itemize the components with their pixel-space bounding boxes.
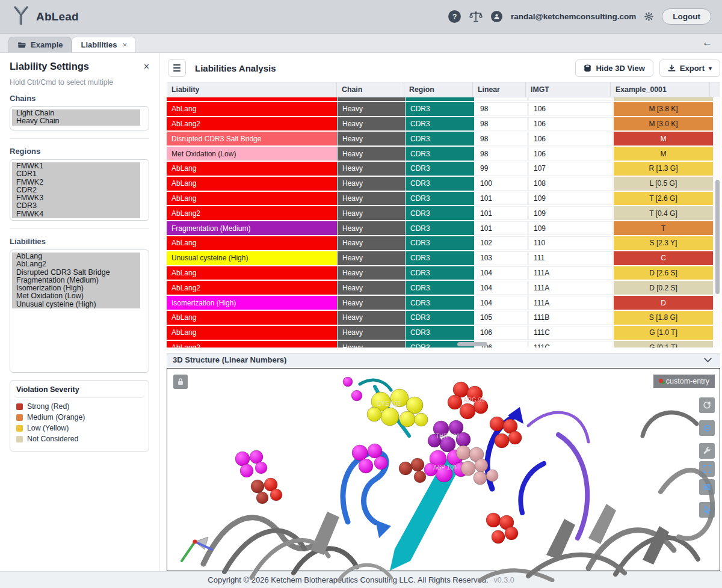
table-cell: AbLang: [167, 192, 337, 206]
table-cell: CDR3: [406, 296, 474, 310]
table-cell: 106: [528, 132, 613, 145]
table-cell: 111A: [528, 281, 613, 295]
table-cell: AbLang2: [167, 117, 337, 131]
divider: [10, 228, 149, 229]
table-cell: 101: [475, 221, 528, 235]
column-header-chain[interactable]: Chain: [337, 82, 404, 97]
table-row[interactable]: [167, 97, 713, 101]
table-cell: M: [614, 147, 713, 161]
tools-wrench-icon[interactable]: [699, 443, 715, 459]
scales-icon[interactable]: [469, 11, 483, 23]
listbox-option[interactable]: Disrupted CDR3 Salt Bridge: [12, 269, 140, 277]
entry-badge[interactable]: custom-entry: [653, 375, 715, 388]
back-arrow-icon[interactable]: ←: [702, 37, 712, 49]
column-header-linear[interactable]: Linear: [473, 82, 526, 97]
table-cell: 103: [475, 251, 528, 265]
table-row[interactable]: AbLang2HeavyCDR398106M [3.0 K]: [167, 117, 713, 131]
table-cell: 108: [528, 177, 613, 191]
listbox-option[interactable]: Light Chain: [12, 109, 140, 117]
listbox-option[interactable]: Heavy Chain: [12, 117, 140, 125]
help-icon[interactable]: ?: [448, 10, 461, 23]
autofocus-icon[interactable]: [699, 420, 715, 436]
hide-3d-view-button[interactable]: Hide 3D View: [575, 60, 653, 77]
table-horizontal-scrollbar-thumb[interactable]: [457, 342, 487, 346]
table-cell: [406, 97, 474, 101]
table-cell: 104: [475, 266, 528, 280]
tab-liabilities[interactable]: Liabilities ×: [72, 37, 136, 52]
multi-select-hint: Hold Ctrl/Cmd to select multiple: [10, 78, 149, 87]
listbox-option[interactable]: Met Oxidation (Low): [12, 292, 140, 300]
table-row[interactable]: Fragmentation (Medium)HeavyCDR3101109T: [167, 221, 713, 235]
molstar-3d-viewer[interactable]: CYS 103 THR 101 ASP 104 ARG 99 custom-en…: [167, 368, 720, 571]
table-row[interactable]: AbLangHeavyCDR3104111AD [2.6 S]: [167, 266, 713, 280]
table-row[interactable]: AbLangHeavyCDR3105111BS [1.8 G]: [167, 311, 713, 325]
tab-label: Liabilities: [81, 40, 117, 49]
gear-icon[interactable]: [644, 12, 653, 21]
table-row[interactable]: Unusual cysteine (High)HeavyCDR3103111C: [167, 251, 713, 265]
table-row[interactable]: Met Oxidation (Low)HeavyCDR398106M: [167, 147, 713, 161]
listbox-option[interactable]: Fragmentation (Medium): [12, 277, 140, 284]
listbox-option[interactable]: CDR3: [12, 202, 140, 210]
listbox-option[interactable]: CDR2: [12, 186, 140, 194]
chains-listbox[interactable]: Light ChainHeavy Chain: [10, 106, 149, 130]
lock-button[interactable]: [173, 375, 188, 389]
table-cell: D [0.2 S]: [614, 281, 713, 295]
table-row[interactable]: Disrupted CDR3 Salt BridgeHeavyCDR398106…: [167, 132, 713, 145]
listbox-option[interactable]: FMWK2: [12, 179, 140, 186]
table-cell: AbLang: [167, 162, 337, 176]
table-cell: Heavy: [338, 132, 405, 145]
listbox-option[interactable]: Unusual cysteine (High): [12, 301, 140, 308]
table-cell: 111: [528, 251, 613, 265]
panel-close-icon[interactable]: ×: [144, 61, 149, 72]
column-header-imgt[interactable]: IMGT: [526, 82, 611, 97]
structure-panel-header[interactable]: 3D Structure (Linear Numbers): [167, 353, 720, 367]
table-row[interactable]: AbLang2HeavyCDR3106111CG [0.1 T]: [167, 341, 713, 348]
scrollbar-thumb[interactable]: [715, 180, 720, 294]
column-header-liability[interactable]: Liability: [167, 82, 337, 97]
logout-button[interactable]: Logout: [662, 8, 711, 25]
listbox-option[interactable]: Isomerization (High): [12, 284, 140, 292]
table-cell: 104: [475, 281, 528, 295]
severity-item: Medium (Orange): [16, 413, 143, 421]
settings-sliders-icon[interactable]: [699, 479, 715, 495]
table-row[interactable]: AbLangHeavyCDR3102110S [2.3 Y]: [167, 236, 713, 250]
listbox-option[interactable]: CDR1: [12, 170, 140, 178]
download-icon: [668, 64, 676, 72]
tab-close-icon[interactable]: ×: [122, 40, 127, 49]
violation-severity-legend: Violation Severity Strong (Red)Medium (O…: [10, 380, 149, 452]
listbox-option[interactable]: AbLang2: [12, 260, 140, 268]
expand-icon[interactable]: [699, 461, 715, 477]
reset-camera-icon[interactable]: [699, 397, 715, 413]
table-cell: Heavy: [338, 177, 405, 191]
selection-cursor-icon[interactable]: [699, 502, 715, 518]
table-row[interactable]: AbLangHeavyCDR398106M [3.8 K]: [167, 102, 713, 116]
panel-title: Liability Settings: [10, 61, 89, 72]
listbox-option[interactable]: FMWK3: [12, 194, 140, 202]
table-row[interactable]: AbLang2HeavyCDR3104111AD [0.2 S]: [167, 281, 713, 295]
liabilities-listbox[interactable]: AbLangAbLang2Disrupted CDR3 Salt BridgeF…: [10, 250, 149, 373]
listbox-option[interactable]: FMWK1: [12, 162, 140, 170]
column-header-region[interactable]: Region: [404, 82, 473, 97]
export-button[interactable]: Export ▾: [659, 60, 720, 77]
table-cell: [167, 97, 337, 101]
table-cell: AbLang2: [167, 341, 337, 348]
regions-listbox[interactable]: FMWK1CDR1FMWK2CDR2FMWK3CDR3FMWK4: [10, 159, 149, 221]
chevron-down-icon[interactable]: [704, 358, 712, 363]
table-cell: Heavy: [338, 102, 405, 116]
table-cell: CDR3: [406, 326, 474, 340]
table-row[interactable]: Isomerization (High)HeavyCDR3104111AD: [167, 296, 713, 310]
table-cell: Heavy: [338, 281, 405, 295]
listbox-option[interactable]: AbLang: [12, 253, 140, 260]
listbox-option[interactable]: FMWK4: [12, 210, 140, 218]
menu-button[interactable]: [168, 59, 186, 77]
table-vertical-scrollbar[interactable]: [714, 97, 720, 347]
table-row[interactable]: AbLangHeavyCDR3106111CG [1.0 T]: [167, 326, 713, 340]
table-row[interactable]: AbLang2HeavyCDR3101109T [0.4 G]: [167, 206, 713, 220]
table-row[interactable]: AbLangHeavyCDR399107R [1.3 G]: [167, 162, 713, 176]
column-header-example_0001[interactable]: Example_0001: [611, 82, 710, 97]
table-cell: M [3.0 K]: [614, 117, 713, 131]
tab-example[interactable]: Example: [8, 37, 72, 52]
table-row[interactable]: AbLangHeavyCDR3100108L [0.5 G]: [167, 177, 713, 191]
residue-label-cys103: CYS 103: [377, 400, 401, 407]
table-row[interactable]: AbLangHeavyCDR3101109T [2.6 G]: [167, 192, 713, 206]
